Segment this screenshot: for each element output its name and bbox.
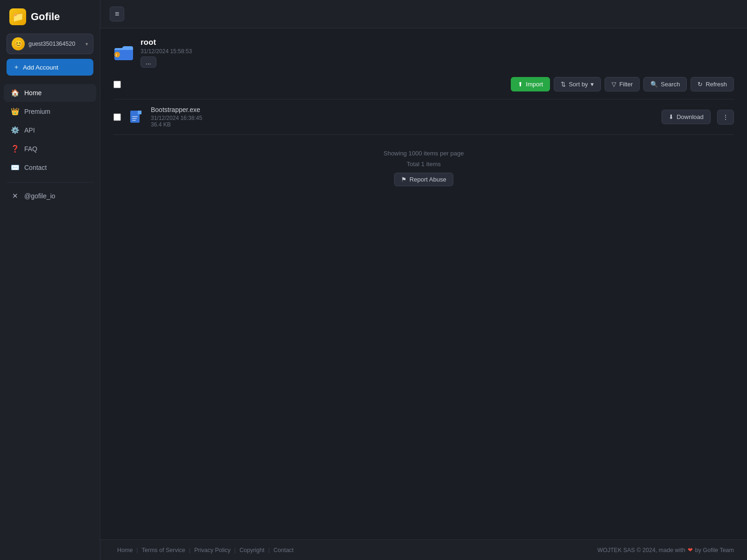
footer-links: Home | Terms of Service | Privacy Policy… bbox=[113, 547, 297, 553]
showing-text: Showing 1000 items per page bbox=[113, 148, 734, 159]
more-vert-icon: ⋮ bbox=[722, 113, 729, 121]
footer-link-copyright[interactable]: Copyright bbox=[236, 547, 268, 553]
file-date: 31/12/2024 16:38:45 bbox=[151, 115, 202, 121]
table-row: Bootstrapper.exe 31/12/2024 16:38:45 36.… bbox=[113, 99, 734, 135]
sort-chevron-icon: ▾ bbox=[591, 81, 594, 88]
nav-list: 🏠 Home 👑 Premium ⚙️ API ❓ FAQ ✉️ Contact bbox=[0, 84, 100, 177]
filter-icon: ▽ bbox=[612, 81, 616, 88]
svg-point-1 bbox=[114, 52, 120, 57]
nav-label-faq: FAQ bbox=[24, 145, 37, 153]
sidebar-item-home[interactable]: 🏠 Home bbox=[4, 84, 96, 102]
add-account-button[interactable]: ＋ Add Account bbox=[7, 59, 93, 76]
upload-icon: ⬆ bbox=[518, 81, 523, 88]
nav-divider bbox=[7, 182, 93, 182]
total-text: Total 1 items bbox=[113, 159, 734, 169]
sidebar-item-contact[interactable]: ✉️ Contact bbox=[4, 159, 96, 176]
social-nav-list: ✕ @gofile_io bbox=[0, 187, 100, 206]
app-logo: 📁 Gofile bbox=[0, 0, 100, 34]
nav-label-twitter: @gofile_io bbox=[24, 192, 55, 200]
select-all-checkbox[interactable] bbox=[113, 81, 121, 88]
x-twitter-icon: ✕ bbox=[10, 192, 20, 200]
hamburger-button[interactable]: ≡ bbox=[110, 7, 124, 21]
file-size: 36.4 KB bbox=[151, 121, 655, 128]
report-abuse-label: Report Abuse bbox=[409, 176, 446, 183]
refresh-label: Refresh bbox=[705, 81, 727, 88]
flag-icon: ⚑ bbox=[401, 176, 407, 183]
footer-copyright: WOJTEK SAS © 2024, made with ❤ by Gofile… bbox=[597, 546, 734, 553]
account-name: guest3501364520 bbox=[28, 41, 82, 47]
path-row: ! root 31/12/2024 15:58:53 ... bbox=[113, 38, 734, 68]
download-label: Download bbox=[677, 113, 704, 120]
hamburger-icon: ≡ bbox=[115, 10, 119, 18]
footer: Home | Terms of Service | Privacy Policy… bbox=[100, 539, 747, 560]
file-area: ! root 31/12/2024 15:58:53 ... ⬆ Import bbox=[100, 28, 747, 539]
sidebar-item-twitter[interactable]: ✕ @gofile_io bbox=[4, 187, 96, 205]
sort-icon: ⇅ bbox=[561, 81, 566, 88]
plus-icon: ＋ bbox=[13, 63, 20, 71]
svg-rect-7 bbox=[132, 120, 136, 121]
filter-label: Filter bbox=[619, 81, 633, 88]
search-label: Search bbox=[661, 81, 680, 88]
app-title: Gofile bbox=[31, 11, 60, 23]
import-label: Import bbox=[526, 81, 543, 88]
home-icon: 🏠 bbox=[10, 89, 20, 97]
file-meta: 31/12/2024 16:38:45 bbox=[151, 115, 655, 121]
account-selector[interactable]: 😊 guest3501364520 ▾ bbox=[7, 34, 93, 54]
path-name: root bbox=[141, 38, 734, 47]
nav-label-contact: Contact bbox=[24, 164, 47, 171]
root-folder-icon: ! bbox=[113, 42, 134, 63]
filter-button[interactable]: ▽ Filter bbox=[605, 77, 640, 91]
main-content: ≡ ! root 31/12/2024 15:58:53 bbox=[100, 0, 747, 560]
footer-link-home[interactable]: Home bbox=[113, 547, 136, 553]
question-icon: ❓ bbox=[10, 145, 20, 153]
sidebar-item-faq[interactable]: ❓ FAQ bbox=[4, 140, 96, 158]
file-checkbox[interactable] bbox=[113, 113, 121, 121]
file-name: Bootstrapper.exe bbox=[151, 106, 655, 113]
refresh-button[interactable]: ↻ Refresh bbox=[691, 77, 734, 91]
pagination-area: Showing 1000 items per page Total 1 item… bbox=[113, 135, 734, 191]
search-icon: 🔍 bbox=[650, 81, 658, 88]
nav-label-api: API bbox=[24, 126, 35, 134]
search-button[interactable]: 🔍 Search bbox=[643, 77, 687, 91]
sidebar: 📁 Gofile 😊 guest3501364520 ▾ ＋ Add Accou… bbox=[0, 0, 100, 560]
svg-text:!: ! bbox=[116, 53, 117, 57]
download-icon: ⬇ bbox=[669, 113, 674, 120]
path-info: root 31/12/2024 15:58:53 ... bbox=[141, 38, 734, 68]
add-account-label: Add Account bbox=[23, 64, 58, 71]
sort-by-label: Sort by bbox=[569, 81, 588, 88]
toolbar: ⬆ Import ⇅ Sort by ▾ ▽ Filter 🔍 Search bbox=[113, 77, 734, 91]
svg-rect-6 bbox=[132, 118, 137, 119]
file-more-button[interactable]: ⋮ bbox=[717, 110, 734, 125]
sidebar-item-api[interactable]: ⚙️ API bbox=[4, 121, 96, 139]
footer-link-privacy[interactable]: Privacy Policy bbox=[190, 547, 234, 553]
report-abuse-button[interactable]: ⚑ Report Abuse bbox=[394, 173, 453, 186]
copyright-text: WOJTEK SAS © 2024, made with bbox=[597, 547, 685, 553]
sort-by-button[interactable]: ⇅ Sort by ▾ bbox=[554, 77, 601, 91]
file-icon bbox=[127, 109, 144, 126]
crown-icon: 👑 bbox=[10, 107, 20, 116]
file-info: Bootstrapper.exe 31/12/2024 16:38:45 36.… bbox=[151, 106, 655, 128]
chevron-down-icon: ▾ bbox=[85, 41, 88, 47]
svg-rect-4 bbox=[138, 111, 141, 114]
gear-icon: ⚙️ bbox=[10, 126, 20, 134]
envelope-icon: ✉️ bbox=[10, 163, 20, 172]
footer-link-contact[interactable]: Contact bbox=[270, 547, 297, 553]
nav-label-premium: Premium bbox=[24, 108, 50, 115]
logo-icon: 📁 bbox=[9, 8, 26, 25]
avatar: 😊 bbox=[12, 37, 25, 50]
svg-rect-5 bbox=[132, 116, 138, 117]
path-more-button[interactable]: ... bbox=[141, 56, 156, 68]
footer-link-tos[interactable]: Terms of Service bbox=[138, 547, 189, 553]
copyright-suffix: by Gofile Team bbox=[695, 547, 734, 553]
heart-icon: ❤ bbox=[688, 546, 693, 553]
nav-label-home: Home bbox=[24, 89, 42, 97]
ellipsis-icon: ... bbox=[146, 58, 151, 66]
import-button[interactable]: ⬆ Import bbox=[511, 77, 550, 91]
download-button[interactable]: ⬇ Download bbox=[662, 110, 711, 124]
topbar: ≡ bbox=[100, 0, 747, 28]
path-date: 31/12/2024 15:58:53 bbox=[141, 48, 734, 55]
refresh-icon: ↻ bbox=[698, 81, 703, 88]
sidebar-item-premium[interactable]: 👑 Premium bbox=[4, 103, 96, 120]
